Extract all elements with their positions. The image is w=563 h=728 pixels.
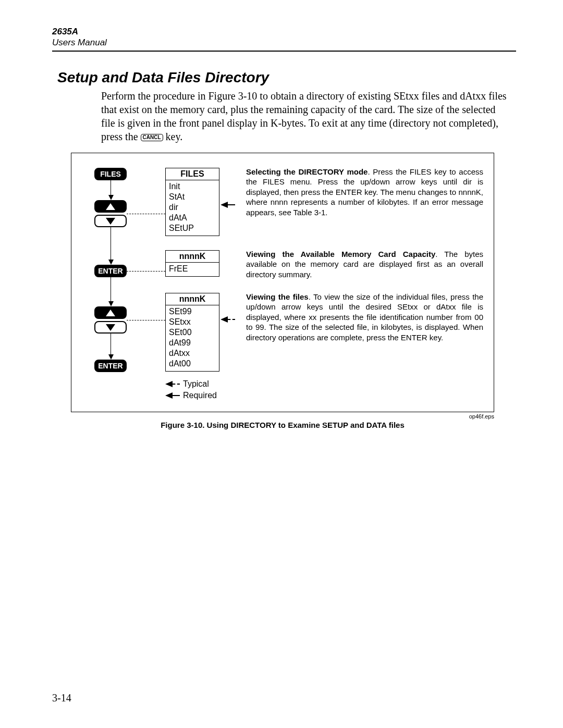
arrow-down-icon: [108, 195, 114, 200]
display-header: nnnnK: [166, 293, 219, 305]
explain-viewing-files: Viewing the files. To view the size of t…: [246, 292, 483, 343]
eps-filename: op46f.eps: [71, 413, 494, 419]
menu-item: dAtA: [169, 213, 216, 223]
flow-line: [111, 227, 111, 260]
arrow-down-key: [94, 321, 127, 334]
menu-item: SEtUP: [169, 223, 216, 233]
dashed-connector: [127, 214, 165, 214]
display-free-capacity: nnnnK FrEE: [165, 250, 219, 277]
flow-line: [111, 180, 111, 195]
enter-key: ENTER: [94, 265, 127, 277]
dashed-connector: [127, 320, 165, 320]
enter-key: ENTER: [94, 360, 127, 372]
display-header: FILES: [166, 168, 219, 180]
arrow-down-icon: [108, 301, 114, 306]
menu-item: Init: [169, 181, 216, 192]
file-item: SEtxx: [169, 317, 216, 327]
file-item: dAt00: [169, 359, 216, 369]
figure-diagram: FILES ENTER ENTER: [71, 153, 494, 412]
arrow-up-key: [94, 306, 127, 319]
explain-lead: Viewing the Available Memory Card Capaci…: [246, 250, 435, 258]
display-file-list: nnnnK SEt99 SEtxx SEt00 dAt99 dAtxx dAt0…: [165, 293, 219, 372]
menu-item: StAt: [169, 192, 216, 202]
typical-arrow-icon: [221, 316, 228, 323]
files-key: FILES: [94, 168, 127, 180]
explain-lead: Viewing the files: [246, 292, 309, 301]
explain-lead: Selecting the DIRECTORY mode: [246, 167, 368, 176]
page-header: 2635A Users Manual: [52, 26, 516, 52]
legend-typical: Typical: [183, 379, 209, 389]
legend: Typical Required: [165, 378, 217, 401]
display-files-menu: FILES Init StAt dir dAtA SEtUP: [165, 168, 219, 236]
explain-capacity: Viewing the Available Memory Card Capaci…: [246, 249, 483, 280]
arrow-down-key: [94, 215, 127, 227]
arrow-down-icon: [108, 260, 114, 265]
display-value: FrEE: [169, 264, 216, 274]
section-title: Setup and Data Files Directory: [57, 69, 516, 86]
required-arrow-icon: [221, 202, 228, 208]
arrow-up-key: [94, 200, 127, 213]
file-item: dAtxx: [169, 348, 216, 359]
flow-line: [111, 277, 111, 301]
intro-text-post: key.: [163, 131, 183, 142]
legend-required: Required: [183, 391, 217, 400]
cancl-key-icon: CANCL: [141, 134, 163, 141]
flow-line: [111, 334, 111, 354]
manual-subtitle: Users Manual: [52, 37, 516, 48]
explain-directory-mode: Selecting the DIRECTORY mode. Press the …: [246, 167, 483, 218]
arrow-down-icon: [108, 354, 114, 360]
file-item: dAt99: [169, 338, 216, 348]
intro-paragraph: Perform the procedure in Figure 3-10 to …: [101, 89, 512, 143]
model-number: 2635A: [52, 26, 516, 37]
dashed-connector: [127, 271, 165, 272]
file-item: SEt99: [169, 306, 216, 317]
figure-caption: Figure 3-10. Using DIRECTORY to Examine …: [71, 421, 494, 429]
page-number: 3-14: [52, 692, 71, 704]
file-item: SEt00: [169, 327, 216, 338]
display-header: nnnnK: [166, 251, 219, 263]
menu-item: dir: [169, 202, 216, 213]
